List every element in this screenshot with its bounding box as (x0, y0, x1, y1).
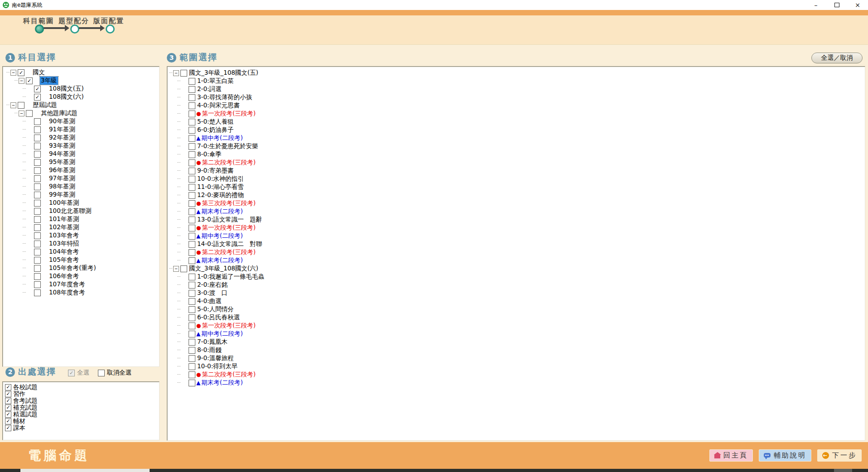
tree-checkbox[interactable] (189, 331, 195, 337)
tree-checkbox[interactable] (189, 159, 195, 166)
source-item-checkbox[interactable]: ✓ (5, 384, 11, 390)
expander-minus-icon[interactable]: − (19, 111, 24, 116)
tree-item-label[interactable]: 103年會考 (48, 231, 80, 240)
tree-item-label[interactable]: 3-0:尋找薄荷的小孩 (196, 93, 253, 101)
tree-item-label[interactable]: 3年級 (40, 77, 58, 85)
source-item-label[interactable]: 課本 (13, 424, 25, 432)
tree-checkbox[interactable] (34, 216, 41, 223)
tree-item-label[interactable]: 第二次段考(三段考) (201, 248, 257, 256)
tree-checkbox[interactable] (189, 111, 195, 117)
tree-checkbox[interactable] (34, 289, 41, 296)
tree-checkbox[interactable]: ✓ (34, 94, 41, 101)
tree-checkbox[interactable] (189, 257, 195, 264)
source-item-checkbox[interactable]: ✓ (5, 398, 11, 404)
tree-checkbox[interactable] (189, 323, 195, 329)
home-button[interactable]: 回主頁 (709, 449, 753, 462)
tree-checkbox[interactable] (34, 118, 41, 125)
tree-checkbox[interactable]: ✓ (26, 77, 33, 84)
tree-checkbox[interactable] (189, 282, 195, 289)
tree-checkbox[interactable] (34, 224, 41, 231)
tree-checkbox[interactable] (34, 135, 41, 141)
tree-item-label[interactable]: 國文_3年級_108國文(五) (188, 69, 259, 77)
tree-item-label[interactable]: 期中考(二段考) (200, 232, 244, 240)
tree-item-label[interactable]: 第一次段考(三段考) (201, 110, 257, 118)
tree-checkbox[interactable]: ✓ (18, 69, 24, 76)
tree-item-label[interactable]: 104年會考 (48, 248, 80, 256)
tree-item-label[interactable]: 95年基測 (48, 158, 76, 166)
tree-checkbox[interactable] (26, 110, 33, 117)
tree-item-label[interactable]: 105年會考(重考) (48, 264, 97, 272)
tree-item-label[interactable]: 7-0:鳳凰木 (196, 338, 228, 346)
tree-item-label[interactable]: 第二次段考(三段考) (201, 159, 257, 167)
tree-item-label[interactable]: 12-0:麥琪的禮物 (196, 191, 245, 199)
tree-checkbox[interactable] (189, 290, 195, 297)
source-item-checkbox[interactable]: ✓ (5, 418, 11, 424)
tree-checkbox[interactable] (34, 265, 41, 272)
step-circle-1-active[interactable] (35, 24, 44, 34)
tree-item-label[interactable]: 90年基測 (48, 117, 76, 125)
tree-item-label[interactable]: 9-0:寄弟墨書 (196, 167, 235, 175)
tree-item-label[interactable]: 97年基測 (48, 174, 76, 183)
tree-item-label[interactable]: 9-0:溫馨旅程 (196, 354, 235, 362)
tree-checkbox[interactable] (189, 200, 195, 207)
tree-item-label[interactable]: 期中考(二段考) (200, 134, 244, 142)
tree-checkbox[interactable] (189, 274, 195, 280)
tree-item-label[interactable]: 第二次段考(三段考) (201, 371, 257, 379)
tree-checkbox[interactable] (34, 257, 41, 264)
tree-item-label[interactable]: 11-0:湖心亭看雪 (196, 183, 245, 191)
tree-item-label[interactable]: 3-0:渡 口 (196, 289, 228, 297)
tree-checkbox[interactable] (34, 159, 41, 166)
tree-item-label[interactable]: 98年基測 (48, 183, 76, 191)
tree-item-label[interactable]: 4-0:曲選 (196, 297, 223, 305)
tree-checkbox[interactable] (189, 249, 195, 256)
tree-item-label[interactable]: 102年基測 (48, 223, 80, 231)
tree-checkbox[interactable] (189, 86, 195, 93)
tree-item-label[interactable]: 5-0:人間情分 (196, 305, 235, 313)
tree-item-label[interactable]: 國文 (32, 68, 46, 77)
tree-item-label[interactable]: 2-0:座右銘 (196, 281, 228, 289)
tree-checkbox[interactable] (34, 151, 41, 158)
tree-item-label[interactable]: 94年基測 (48, 150, 76, 158)
tree-item-label[interactable]: 14-0:語文常識二 對聯 (196, 240, 263, 248)
tree-item-label[interactable]: 其他題庫試題 (40, 109, 78, 117)
close-button[interactable]: × (847, 0, 868, 10)
tree-checkbox[interactable] (189, 380, 195, 386)
tree-item-label[interactable]: 108國文(五) (48, 85, 85, 93)
tree-item-label[interactable]: 105年會考 (48, 256, 80, 264)
tree-item-label[interactable]: 101年基測 (48, 215, 80, 223)
tree-checkbox[interactable] (34, 183, 41, 190)
tree-checkbox[interactable] (189, 135, 195, 142)
select-all-toggle-button[interactable]: 全選／取消 (811, 53, 863, 63)
tree-checkbox[interactable] (34, 281, 41, 288)
help-button[interactable]: 輔助說明 (759, 449, 811, 462)
next-step-button[interactable]: ← 下一步 (817, 449, 862, 462)
deselect-all-checkbox-group[interactable]: 取消全選 (98, 369, 131, 377)
tree-item-label[interactable]: 10-0:水神的指引 (196, 175, 245, 183)
tree-checkbox[interactable] (189, 127, 195, 134)
source-item-checkbox[interactable]: ✓ (5, 425, 11, 431)
step-circle-2[interactable] (70, 24, 79, 34)
tree-checkbox[interactable] (34, 208, 41, 215)
source-item-checkbox[interactable]: ✓ (5, 405, 11, 411)
select-all-checkbox-group[interactable]: ✓ 全選 (68, 369, 89, 377)
tree-item-label[interactable]: 期中考(二段考) (200, 330, 244, 338)
tree-checkbox[interactable] (189, 347, 195, 354)
tree-checkbox[interactable] (189, 355, 195, 362)
tree-checkbox[interactable] (189, 363, 195, 370)
tree-checkbox[interactable] (34, 126, 41, 133)
tree-checkbox[interactable] (34, 241, 41, 247)
tree-checkbox[interactable] (189, 119, 195, 125)
tree-checkbox[interactable] (180, 70, 187, 77)
tree-item-label[interactable]: 1-0:我邂逅了一條毛毛蟲 (196, 273, 265, 281)
tree-checkbox[interactable] (189, 306, 195, 313)
tree-checkbox[interactable] (18, 102, 24, 109)
source-item-checkbox[interactable]: ✓ (5, 411, 11, 418)
tree-item-label[interactable]: 8-0:雨錢 (196, 346, 223, 354)
tree-item-label[interactable]: 6-0:奶油鼻子 (196, 126, 235, 134)
tree-checkbox[interactable] (180, 265, 187, 272)
tree-item-label[interactable]: 6-0:呂氏春秋選 (196, 313, 241, 322)
tree-item-label[interactable]: 107年度會考 (48, 280, 86, 289)
tree-item-label[interactable]: 4-0:與宋元思書 (196, 101, 241, 110)
expander-minus-icon[interactable]: − (173, 70, 179, 76)
tree-item-label[interactable]: 99年基測 (48, 191, 76, 199)
